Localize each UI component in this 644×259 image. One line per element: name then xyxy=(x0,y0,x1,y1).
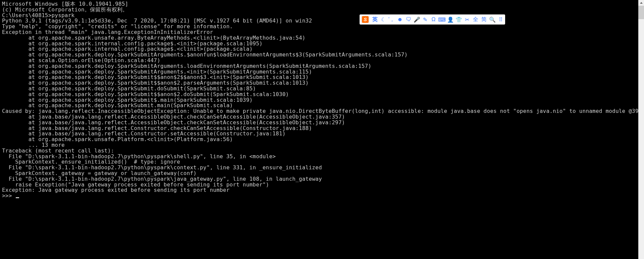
simplified-icon[interactable]: 简 xyxy=(481,16,487,23)
terminal-line: Exception: Java gateway process exited b… xyxy=(2,187,642,193)
scissors-icon[interactable]: ✂ xyxy=(464,16,470,23)
keyboard-icon[interactable]: ⌨ xyxy=(439,16,445,23)
quote-punct-icon[interactable]: '， xyxy=(388,16,395,23)
text-cursor xyxy=(16,197,19,198)
terminal-line: at java.base/java.lang.reflect.Accessibl… xyxy=(2,120,642,126)
terminal-line: Traceback (most recent call last): xyxy=(2,148,642,154)
terminal-output[interactable]: Microsoft Windows [版本 10.0.19041.985](c)… xyxy=(0,0,644,259)
ime-language-toggle[interactable]: 英 xyxy=(372,16,378,23)
search-icon[interactable]: 🔍 xyxy=(489,16,495,23)
tshirt-icon[interactable]: 👕 xyxy=(455,16,462,23)
terminal-line: File "D:\spark-3.1.1-bin-hadoop2.7\pytho… xyxy=(2,176,642,182)
scroll-up-arrow[interactable] xyxy=(638,0,644,6)
terminal-line: >>> xyxy=(2,193,642,199)
sogou-logo-icon[interactable]: S xyxy=(361,15,370,24)
fullwidth-icon[interactable]: 全 xyxy=(472,16,479,23)
pencil-icon[interactable]: ✎ xyxy=(422,16,428,23)
grid-apps-icon[interactable]: ⠿ xyxy=(497,16,504,23)
terminal-line: (c) Microsoft Corporation。保留所有权利。 xyxy=(2,7,642,13)
omega-icon[interactable]: Ω xyxy=(430,16,437,23)
ime-toolbar[interactable]: S 英 ☾'，☻🗨🎤✎Ω⌨👤👕✂全简🔍⠿ xyxy=(360,14,505,25)
moon-icon[interactable]: ☾ xyxy=(380,16,386,23)
emoji-face-icon[interactable]: ☻ xyxy=(397,16,403,23)
microphone-icon[interactable]: 🎤 xyxy=(414,16,420,23)
person-icon[interactable]: 👤 xyxy=(447,16,453,23)
terminal-line: at org.apache.spark.unsafe.Platform.<cli… xyxy=(2,137,642,142)
scroll-thumb[interactable] xyxy=(638,6,644,19)
vertical-scrollbar[interactable] xyxy=(638,0,644,259)
speech-bubble-icon[interactable]: 🗨 xyxy=(405,16,412,23)
